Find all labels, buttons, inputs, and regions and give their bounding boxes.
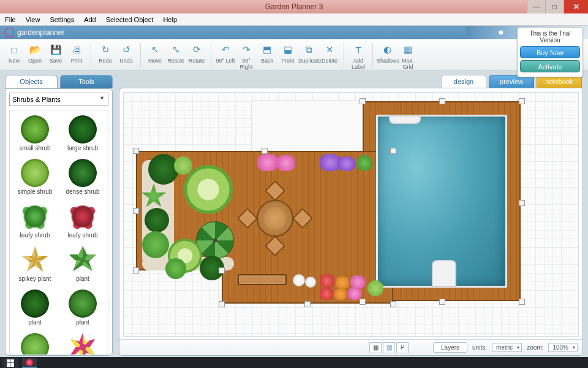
print-button[interactable]: 🖶Print [66, 42, 87, 64]
plan-shrub[interactable] [368, 280, 383, 296]
start-button[interactable] [2, 358, 18, 368]
selection-handle[interactable] [390, 301, 396, 307]
selection-handle[interactable] [390, 148, 396, 154]
plan-flowers[interactable] [336, 277, 349, 289]
plan-shrub[interactable] [356, 155, 372, 171]
palette-item[interactable]: leafy shrub [11, 200, 59, 243]
selection-handle[interactable] [133, 208, 139, 214]
add-label-button[interactable]: TAdd Label [348, 42, 369, 70]
palette-item[interactable] [59, 331, 107, 355]
plan-tree[interactable] [184, 165, 233, 214]
plan-flowers[interactable] [350, 275, 365, 289]
selection-handle[interactable] [360, 98, 366, 104]
palette-item[interactable]: small shrub [11, 113, 59, 156]
save-button[interactable]: 💾Save [45, 42, 66, 64]
menu-selected-object[interactable]: Selected Object [101, 15, 159, 25]
zoom-select[interactable]: 100% [548, 343, 578, 352]
selection-handle[interactable] [519, 200, 525, 206]
undo-button[interactable]: ↺Undo [116, 42, 137, 64]
palette-item[interactable]: dense shrub [59, 156, 107, 200]
resize-button[interactable]: ⤡Resize [165, 42, 186, 64]
selection-handle[interactable] [304, 301, 311, 307]
plan-shrub[interactable] [174, 156, 192, 175]
plan-flowers[interactable] [257, 154, 278, 171]
plan-flowers[interactable] [293, 274, 305, 286]
palette-item[interactable]: leafy shrub [59, 200, 107, 243]
plan-flowers[interactable] [348, 288, 361, 300]
palette-item[interactable]: simple shrub [11, 156, 59, 200]
taskbar-app-icon[interactable] [22, 358, 37, 368]
plan-flowers[interactable] [338, 156, 355, 171]
tab-tools[interactable]: Tools [60, 75, 113, 88]
units-label: units: [472, 344, 487, 351]
svg-rect-0 [7, 359, 10, 362]
selection-handle[interactable] [133, 267, 139, 274]
object-palette[interactable]: small shrublarge shrubsimple shrubdense … [9, 110, 108, 355]
category-select[interactable] [9, 93, 108, 106]
selection-handle[interactable] [133, 148, 139, 154]
plan-shrub[interactable] [145, 208, 169, 232]
plan-flowers[interactable] [320, 288, 333, 300]
palette-item[interactable]: spikey plant [11, 243, 59, 287]
window-close-button[interactable]: ✕ [564, 0, 588, 13]
canvas-grid[interactable] [123, 92, 579, 337]
garden-plan[interactable] [136, 99, 528, 320]
activate-button[interactable]: Activate [520, 60, 580, 72]
plan-shrub[interactable] [142, 231, 169, 258]
window-maximize-button[interactable]: □ [545, 0, 564, 13]
plan-round-table[interactable] [257, 200, 293, 237]
plan-flowers[interactable] [320, 274, 334, 288]
menu-settings[interactable]: Settings [45, 15, 79, 25]
new-button[interactable]: □New [4, 42, 24, 64]
palette-thumb-icon [69, 159, 97, 187]
plan-bench[interactable] [238, 274, 287, 285]
max-grid-button[interactable]: ▦Max. Grid [398, 42, 418, 70]
selection-handle[interactable] [439, 299, 445, 305]
palette-item[interactable]: large shrub [59, 113, 107, 156]
menu-add[interactable]: Add [79, 15, 101, 25]
tab-design[interactable]: design [441, 75, 486, 88]
palette-item[interactable]: plant [11, 287, 59, 331]
selection-handle[interactable] [360, 299, 366, 305]
selection-handle[interactable] [519, 98, 525, 104]
grid-toggle-1[interactable]: ▦ [369, 342, 382, 353]
shadows-button[interactable]: ◐Shadows [377, 42, 398, 64]
selection-handle[interactable] [519, 299, 525, 305]
menu-file[interactable]: File [0, 15, 21, 25]
menu-view[interactable]: View [21, 15, 45, 25]
plan-table-set[interactable] [241, 185, 309, 252]
plan-shrub[interactable] [165, 258, 186, 279]
layers-button[interactable]: Layers [433, 342, 467, 353]
design-canvas[interactable]: ▦ ▥ P Layers units: metric zoom: 100% [119, 88, 583, 356]
duplicate-button[interactable]: ⧉Duplicate [298, 42, 319, 64]
plan-pad[interactable] [251, 100, 364, 151]
plan-pool[interactable] [376, 115, 507, 288]
selection-handle[interactable] [262, 148, 268, 154]
redo-button[interactable]: ↻Redo [95, 42, 116, 64]
delete-button[interactable]: ✕Delete [319, 42, 340, 64]
rot-right-button[interactable]: ↷90° Right [236, 42, 257, 70]
move-button[interactable]: ↖Move [145, 42, 165, 64]
plan-flowers[interactable] [320, 154, 341, 171]
open-button[interactable]: 📂Open [24, 42, 45, 64]
palette-item[interactable]: plant [59, 243, 107, 287]
plan-flowers[interactable] [334, 289, 347, 300]
tab-objects[interactable]: Objects [5, 75, 58, 88]
window-minimize-button[interactable]: — [527, 0, 545, 13]
menu-help[interactable]: Help [158, 15, 182, 25]
palette-item[interactable]: plant [59, 287, 107, 331]
rot-left-button[interactable]: ↶90° Left [215, 42, 236, 64]
plan-flowers[interactable] [277, 155, 295, 171]
front-button[interactable]: ⬓Front [277, 42, 298, 64]
grid-toggle-p[interactable]: P [396, 342, 409, 353]
back-button[interactable]: ⬒Back [257, 42, 277, 64]
selection-handle[interactable] [439, 98, 445, 104]
plan-flowers[interactable] [305, 277, 316, 288]
units-select[interactable]: metric [492, 343, 522, 352]
palette-item[interactable] [11, 331, 59, 355]
selection-handle[interactable] [219, 301, 225, 307]
buy-now-button[interactable]: Buy Now [520, 46, 580, 58]
grid-toggle-2[interactable]: ▥ [383, 342, 395, 353]
rotate-button[interactable]: ⟳Rotate [186, 42, 207, 64]
selection-handle[interactable] [219, 267, 225, 274]
